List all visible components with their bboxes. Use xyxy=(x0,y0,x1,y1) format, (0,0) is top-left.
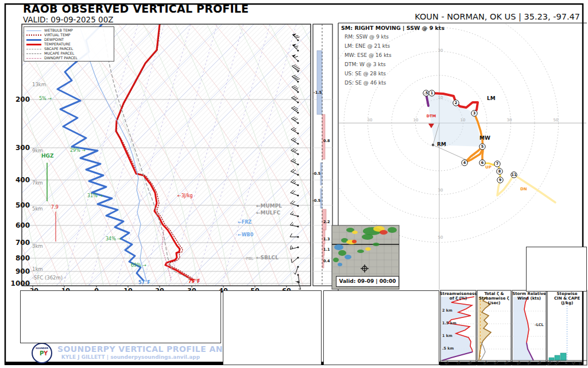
ring-label: 10 xyxy=(413,118,419,122)
svg-text:7: 7 xyxy=(496,162,499,166)
motion-label-RM: RM xyxy=(437,142,446,147)
ring-label: 30 xyxy=(438,49,443,53)
legend-item: DEWPOINT xyxy=(26,37,111,42)
hodo-info-line: US: SE @ 28 kts xyxy=(345,71,386,76)
panel-title: of ζ (%) xyxy=(450,297,467,301)
panel-ylabel: 2 km xyxy=(442,309,452,313)
panel-ylabel: 1.5 km xyxy=(442,321,457,325)
sbcape-line-sample xyxy=(26,49,41,49)
panel-title: Stepwise xyxy=(557,292,578,296)
rm-marker xyxy=(432,144,434,146)
skewt-annotation: HGZ xyxy=(41,154,53,159)
legend-label: TEMPERATURE xyxy=(44,43,71,46)
thermo-table-box xyxy=(20,290,221,343)
pressure-label-300: 300 xyxy=(16,144,30,151)
wetbulb-line-sample xyxy=(26,30,41,31)
legend-item: TEMPERATURE xyxy=(26,42,111,47)
footer-credit: KYLE J GILLETT | sounderpysoundings.anvi… xyxy=(57,355,204,360)
pressure-label-500: 500 xyxy=(16,202,30,209)
ring-label: 10 xyxy=(438,96,443,100)
skewt-annotation: 57°F xyxy=(138,281,150,285)
ring-label: 30 xyxy=(438,189,443,193)
advection-bar xyxy=(317,51,322,114)
svg-text:11: 11 xyxy=(511,172,517,177)
svg-text:3: 3 xyxy=(473,111,476,116)
advection-value: -1.5 xyxy=(314,91,322,95)
motion-label-MW: MW xyxy=(479,136,490,141)
panel-title: Storm Relative xyxy=(512,292,546,296)
skewt-annotation: 29% → xyxy=(70,148,86,153)
kinematics-table-box xyxy=(323,290,439,365)
panel-title: Streamwise ζ xyxy=(479,297,509,301)
panel-title: CIN & CAPE xyxy=(554,297,580,301)
station-id: KOUN - NORMAN, OK US | 35.23, -97.47 xyxy=(415,13,580,21)
panel-ylabel: .5 km xyxy=(442,347,454,351)
dwndrft-line-sample xyxy=(26,58,41,59)
pressure-label-600: 600 xyxy=(16,222,30,229)
advection-value: 2.2 xyxy=(323,220,330,224)
panel-title: Wind (kts) xyxy=(517,297,541,301)
skewt-annotation: 31% → xyxy=(87,194,103,198)
skewt-annotation: ←SBLCL xyxy=(256,255,278,260)
hodo-info-line: MW: ESE @ 16 kts xyxy=(345,53,392,58)
radar-valid-caption: Valid: 09-09 | 00:00 xyxy=(336,276,399,287)
legend-item: WETBULB TEMP xyxy=(26,28,111,33)
ring-label: 10 xyxy=(461,118,466,122)
virtual-line-sample xyxy=(26,34,41,36)
advection-value: 0.4 xyxy=(323,259,330,263)
ring-label: 50 xyxy=(554,118,559,122)
skewt-annotation: ←FRZ xyxy=(238,220,252,225)
motion-label-LM: LM xyxy=(487,96,496,101)
skewt-annotation: ←MULFC xyxy=(256,210,280,216)
pressure-label-1000: 1000 xyxy=(11,280,30,287)
skewt-annotation: -PBL xyxy=(245,257,253,261)
sounderpy-figure: .512345678911 RAOB OBSERVED VERTICAL PRO… xyxy=(0,0,588,368)
legend-item: DWNDRFT PARCEL xyxy=(26,56,111,60)
motion-label-DTM: DTM xyxy=(427,114,436,118)
skewt-annotation: 5% → xyxy=(39,97,52,101)
skewt-annotation: 7.9 xyxy=(51,205,59,210)
panel-ylabel: 1 km xyxy=(442,334,452,338)
motion-label-UP: UP xyxy=(485,166,492,170)
panel-ylabel: -LCL xyxy=(535,323,544,327)
skewt-annotation: 79°F xyxy=(188,279,200,284)
skewt-annotation: ←3J/kg xyxy=(177,194,193,198)
pressure-label-700: 700 xyxy=(16,239,30,246)
svg-text:.5: .5 xyxy=(424,91,428,95)
advection-value: -0.5 xyxy=(312,172,320,176)
srh-summary-box xyxy=(526,247,587,292)
dewpoint-line-sample xyxy=(26,39,41,41)
height-label: 7km xyxy=(32,181,43,186)
moisture-table-box xyxy=(223,290,322,365)
height-label: 13km xyxy=(32,82,46,87)
pressure-label-200: 200 xyxy=(16,96,30,103)
panel-title: (J/kg) xyxy=(561,301,573,305)
legend-label: WETBULB TEMP xyxy=(44,29,73,32)
legend-label: SBCAPE PARCEL xyxy=(44,47,73,51)
legend-item: MUCAPE PARCEL xyxy=(26,51,111,56)
skewt-annotation: 69% → xyxy=(131,263,146,268)
height-label: 1km xyxy=(32,267,43,272)
svg-text:8: 8 xyxy=(498,169,501,174)
advection-value: -0.5 xyxy=(312,199,320,203)
svg-text:5: 5 xyxy=(481,144,484,149)
skewt-annotation: 34% → xyxy=(106,237,121,241)
pressure-label-900: 900 xyxy=(16,268,30,275)
legend-item: SBCAPE PARCEL xyxy=(26,47,111,51)
height-label: 3km xyxy=(32,244,43,249)
hodo-info-line: RM: SSW @ 9 kts xyxy=(345,34,389,40)
panel-title: Streamwiseness xyxy=(440,292,477,296)
advection-value: 1.3 xyxy=(323,237,330,241)
ring-label: 30 xyxy=(368,118,373,122)
legend-item: VIRTUAL TEMP xyxy=(26,33,111,37)
footer-app-title: SOUNDERPY VERTICAL PROFILE ANALYSIS TOOL xyxy=(57,345,204,353)
page-title: RAOB OBSERVED VERTICAL PROFILE xyxy=(23,3,249,14)
skewt-legend: WETBULB TEMPVIRTUAL TEMPDEWPOINTTEMPERAT… xyxy=(24,26,114,62)
legend-label: DWNDRFT PARCEL xyxy=(44,56,78,60)
legend-label: MUCAPE PARCEL xyxy=(44,52,74,55)
svg-text:9: 9 xyxy=(499,178,502,182)
stepwise-bar xyxy=(560,353,566,361)
motion-label-DN: DN xyxy=(520,187,527,191)
ring-label: 30 xyxy=(507,118,512,122)
valid-time: VALID: 09-09-2025 00Z xyxy=(23,16,114,24)
